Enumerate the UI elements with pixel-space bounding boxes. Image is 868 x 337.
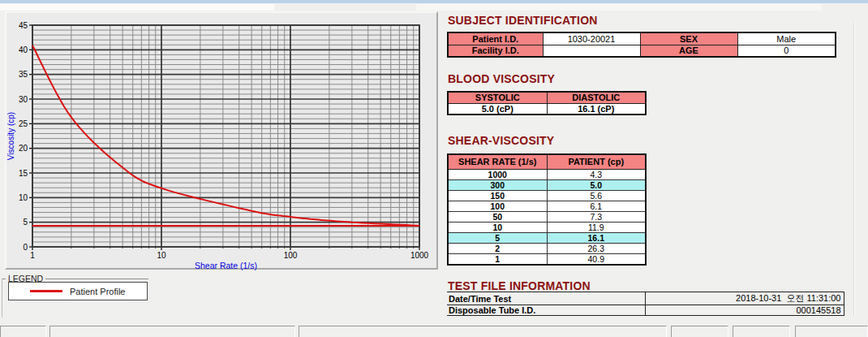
status-panel bbox=[733, 326, 790, 337]
shear-rate-cell: 5 bbox=[448, 232, 547, 243]
svg-text:10: 10 bbox=[19, 193, 28, 202]
table-row: 50 7.3 bbox=[448, 211, 646, 222]
shear-rate-cell: 2 bbox=[448, 243, 547, 253]
disposable-tube-id-label: Disposable Tube I.D. bbox=[447, 305, 645, 316]
status-panel bbox=[795, 326, 868, 337]
sex-label: SEX bbox=[640, 32, 737, 45]
subject-identification-table: Patient I.D. 1030-20021 SEX Male Facilit… bbox=[447, 32, 836, 58]
legend-item-label: Patient Profile bbox=[70, 287, 125, 296]
patient-value-cell: 6.1 bbox=[547, 201, 646, 211]
patient-id-value: 1030-20021 bbox=[543, 32, 640, 45]
table-row: Facility I.D. AGE 0 bbox=[448, 45, 836, 57]
patient-header: PATIENT (cp) bbox=[547, 154, 646, 169]
shear-viscosity-heading: SHEAR-VISCOSITY bbox=[448, 134, 554, 147]
svg-text:1000: 1000 bbox=[410, 251, 429, 260]
blood-viscosity-heading: BLOOD VISCOSITY bbox=[448, 72, 555, 85]
shear-rate-cell: 300 bbox=[448, 179, 547, 190]
patient-value-cell: 7.3 bbox=[547, 211, 646, 222]
svg-text:Viscosity (cp): Viscosity (cp) bbox=[6, 112, 15, 160]
systolic-header: SYSTOLIC bbox=[448, 92, 547, 103]
svg-text:35: 35 bbox=[19, 70, 28, 79]
table-row: 300 5.0 bbox=[448, 179, 646, 190]
status-panel bbox=[0, 326, 46, 337]
sex-value: Male bbox=[737, 32, 836, 45]
test-file-information-table: Date/Time Test 2018-10-31 오전 11:31:00 Di… bbox=[447, 292, 844, 316]
shear-rate-cell: 1000 bbox=[448, 169, 547, 179]
shear-rate-cell: 100 bbox=[448, 201, 547, 211]
svg-text:5: 5 bbox=[23, 218, 28, 227]
svg-text:40: 40 bbox=[19, 45, 28, 54]
shear-rate-cell: 150 bbox=[448, 190, 547, 201]
patient-value-cell: 16.1 bbox=[547, 232, 646, 243]
window-top-edge bbox=[0, 0, 868, 3]
systolic-value: 5.0 (cP) bbox=[448, 103, 547, 114]
table-row: 5.0 (cP) 16.1 (cP) bbox=[448, 103, 646, 114]
facility-id-label: Facility I.D. bbox=[448, 45, 543, 57]
svg-text:15: 15 bbox=[19, 169, 28, 178]
subject-identification-heading: SUBJECT IDENTIFICATION bbox=[448, 14, 598, 27]
status-panel bbox=[299, 326, 667, 337]
svg-text:25: 25 bbox=[19, 119, 28, 128]
test-file-information-heading: TEST FILE INFORMATION bbox=[448, 279, 591, 292]
shear-rate-cell: 10 bbox=[448, 222, 547, 232]
svg-text:20: 20 bbox=[19, 144, 28, 153]
status-panel bbox=[49, 326, 295, 337]
patient-value-cell: 40.9 bbox=[547, 253, 646, 265]
table-row: 5 16.1 bbox=[448, 232, 646, 243]
table-header-row: SHEAR RATE (1/s) PATIENT (cp) bbox=[448, 154, 646, 169]
table-row: 1 40.9 bbox=[448, 253, 646, 265]
svg-text:1: 1 bbox=[30, 251, 35, 260]
diastolic-header: DIASTOLIC bbox=[547, 92, 646, 103]
table-row: Date/Time Test 2018-10-31 오전 11:31:00 bbox=[447, 292, 844, 305]
status-bar bbox=[0, 325, 868, 337]
svg-text:0: 0 bbox=[23, 243, 28, 252]
patient-value-cell: 5.0 bbox=[547, 179, 646, 190]
datetime-test-label: Date/Time Test bbox=[447, 292, 645, 305]
viscosity-chart-panel: 0510152025303540451101001000Shear Rate (… bbox=[5, 11, 438, 270]
status-panel bbox=[671, 326, 728, 337]
datetime-test-value: 2018-10-31 오전 11:31:00 bbox=[645, 292, 844, 305]
shear-rate-cell: 1 bbox=[448, 253, 547, 265]
groupbox-border-left bbox=[2, 279, 2, 318]
table-row: 10 11.9 bbox=[448, 222, 646, 232]
svg-text:45: 45 bbox=[19, 21, 28, 30]
shear-rate-cell: 50 bbox=[448, 211, 547, 222]
diastolic-value: 16.1 (cP) bbox=[547, 103, 646, 114]
age-value: 0 bbox=[737, 45, 836, 57]
age-label: AGE bbox=[640, 45, 737, 57]
panel-divider bbox=[853, 23, 855, 315]
patient-id-label: Patient I.D. bbox=[448, 32, 543, 45]
table-row: Disposable Tube I.D. 000145518 bbox=[447, 305, 844, 316]
patient-value-cell: 11.9 bbox=[547, 222, 646, 232]
disposable-tube-id-value: 000145518 bbox=[645, 305, 844, 316]
legend-box: Patient Profile bbox=[8, 282, 148, 300]
legend-groupbox: LEGEND Patient Profile bbox=[2, 273, 282, 318]
table-row: 150 5.6 bbox=[448, 190, 646, 201]
patient-value-cell: 26.3 bbox=[547, 243, 646, 253]
table-row: 1000 4.3 bbox=[448, 169, 646, 179]
toolbar-remnant-right bbox=[416, 4, 822, 11]
table-row: Patient I.D. 1030-20021 SEX Male bbox=[448, 32, 836, 45]
viscosity-chart: 0510152025303540451101001000Shear Rate (… bbox=[6, 13, 440, 271]
svg-text:Shear Rate (1/s): Shear Rate (1/s) bbox=[195, 261, 257, 270]
table-row: 100 6.1 bbox=[448, 201, 646, 211]
blood-viscosity-table: SYSTOLIC DIASTOLIC 5.0 (cP) 16.1 (cP) bbox=[447, 91, 647, 115]
patient-value-cell: 5.6 bbox=[547, 190, 646, 201]
facility-id-value bbox=[543, 45, 640, 57]
svg-text:10: 10 bbox=[157, 251, 166, 260]
patient-value-cell: 4.3 bbox=[547, 169, 646, 179]
table-row: 2 26.3 bbox=[448, 243, 646, 253]
shear-viscosity-table: SHEAR RATE (1/s) PATIENT (cp) 1000 4.3 3… bbox=[447, 153, 647, 266]
shear-rate-header: SHEAR RATE (1/s) bbox=[448, 154, 547, 169]
toolbar-remnant-left bbox=[0, 4, 274, 11]
svg-text:100: 100 bbox=[284, 251, 298, 260]
table-row: SYSTOLIC DIASTOLIC bbox=[448, 92, 646, 103]
svg-text:30: 30 bbox=[19, 95, 28, 104]
series-line-swatch-icon bbox=[30, 290, 62, 292]
